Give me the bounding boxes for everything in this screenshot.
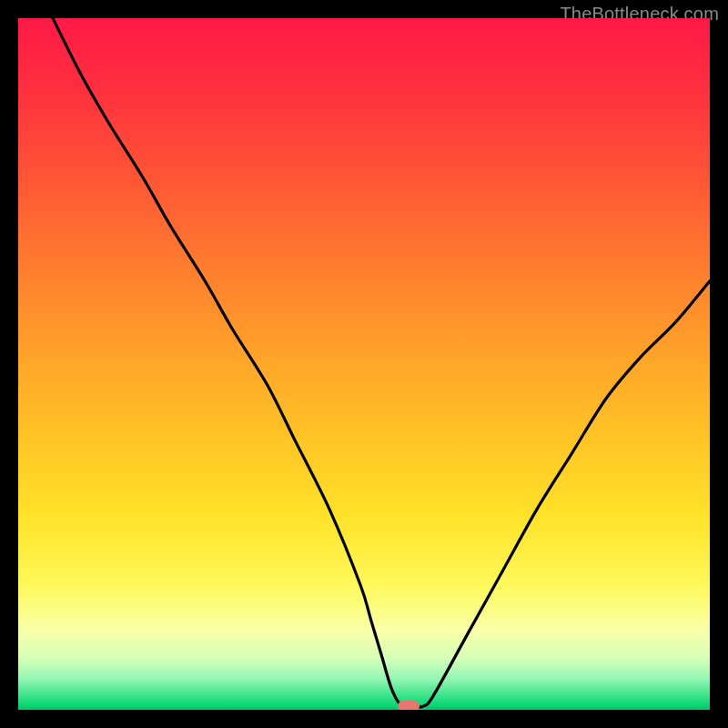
plot-area — [18, 18, 710, 710]
optimal-point-marker — [398, 701, 420, 710]
svg-rect-0 — [18, 18, 710, 710]
background-gradient — [18, 18, 710, 710]
chart-frame: TheBottleneck.com — [0, 0, 728, 728]
